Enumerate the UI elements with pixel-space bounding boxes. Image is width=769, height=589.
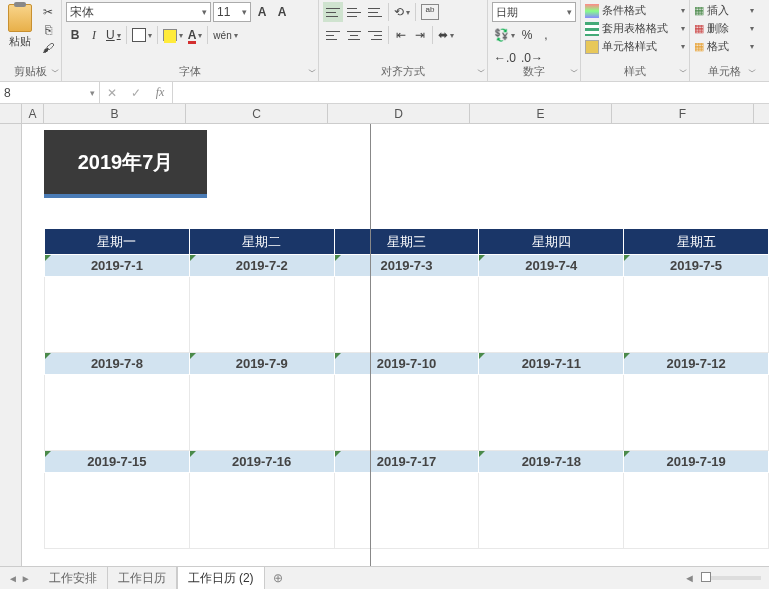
bold-button[interactable]: B xyxy=(66,25,84,45)
date-cell[interactable]: 2019-7-2 xyxy=(189,255,334,277)
name-box[interactable]: 8 xyxy=(0,82,100,103)
day-body-cell[interactable] xyxy=(624,277,769,353)
date-cell[interactable]: 2019-7-12 xyxy=(624,353,769,375)
sheet-tab[interactable]: 工作日历 xyxy=(108,567,177,590)
day-body-cell[interactable] xyxy=(189,473,334,549)
conditional-format-button[interactable]: 条件格式 xyxy=(585,2,685,19)
decrease-font-button[interactable]: A xyxy=(273,2,291,22)
underline-button[interactable]: U xyxy=(104,25,123,45)
day-body-cell[interactable] xyxy=(189,277,334,353)
day-body-cell[interactable] xyxy=(624,375,769,451)
align-right-button[interactable] xyxy=(365,25,385,45)
row-headers[interactable] xyxy=(0,124,22,566)
date-cell[interactable]: 2019-7-4 xyxy=(479,255,624,277)
fill-color-button[interactable] xyxy=(161,25,185,45)
group-label-clipboard: 剪贴板 xyxy=(0,64,61,79)
col-header[interactable]: A xyxy=(22,104,44,123)
orientation-button[interactable]: ⟲ xyxy=(392,2,412,22)
day-body-cell[interactable] xyxy=(45,375,190,451)
cut-button[interactable]: ✂ xyxy=(39,4,57,20)
comma-button[interactable]: , xyxy=(537,25,555,45)
format-cells-button[interactable]: ▦格式 xyxy=(694,38,754,55)
new-sheet-button[interactable]: ⊕ xyxy=(265,571,291,585)
weekday-header[interactable]: 星期五 xyxy=(624,229,769,255)
wrap-icon: ab xyxy=(421,4,439,20)
day-body-cell[interactable] xyxy=(334,375,479,451)
date-cell[interactable]: 2019-7-19 xyxy=(624,451,769,473)
fx-button[interactable]: fx xyxy=(148,82,172,103)
day-body-cell[interactable] xyxy=(479,473,624,549)
align-bottom-button[interactable] xyxy=(365,2,385,22)
date-cell[interactable]: 2019-7-11 xyxy=(479,353,624,375)
indent-increase-button[interactable]: ⇥ xyxy=(411,25,429,45)
column-headers: A B C D E F xyxy=(0,104,769,124)
date-cell[interactable]: 2019-7-8 xyxy=(45,353,190,375)
align-center-button[interactable] xyxy=(344,25,364,45)
col-header[interactable]: B xyxy=(44,104,186,123)
date-cell[interactable]: 2019-7-1 xyxy=(45,255,190,277)
font-size-combo[interactable]: 11 xyxy=(213,2,251,22)
sheet-tab-active[interactable]: 工作日历 (2) xyxy=(177,566,265,590)
day-body-cell[interactable] xyxy=(334,473,479,549)
group-label-number: 数字 xyxy=(488,64,580,79)
date-cell[interactable]: 2019-7-3 xyxy=(334,255,479,277)
weekday-header[interactable]: 星期四 xyxy=(479,229,624,255)
freeze-pane-splitter[interactable] xyxy=(370,124,371,566)
cancel-formula-button[interactable]: ✕ xyxy=(100,82,124,103)
sheet-tab[interactable]: 工作安排 xyxy=(39,567,108,590)
accept-formula-button[interactable]: ✓ xyxy=(124,82,148,103)
date-cell[interactable]: 2019-7-18 xyxy=(479,451,624,473)
merge-button[interactable]: ⬌ xyxy=(436,25,456,45)
font-name-combo[interactable]: 宋体 xyxy=(66,2,211,22)
day-body-cell[interactable] xyxy=(334,277,479,353)
day-body-cell[interactable] xyxy=(45,277,190,353)
col-header[interactable]: E xyxy=(470,104,612,123)
align-left-button[interactable] xyxy=(323,25,343,45)
cell-styles-button[interactable]: 单元格样式 xyxy=(585,38,685,55)
group-font: 宋体 11 A A B I U A wén 字体 xyxy=(62,0,319,81)
align-top-button[interactable] xyxy=(323,2,343,22)
date-cell[interactable]: 2019-7-10 xyxy=(334,353,479,375)
scroll-left-icon[interactable]: ◄ xyxy=(684,572,695,584)
calendar-table: 星期一 星期二 星期三 星期四 星期五 2019-7-1 2019-7-2 20… xyxy=(44,228,769,549)
wrap-text-button[interactable]: ab xyxy=(419,2,441,22)
sheet-canvas[interactable]: 2019年7月 星期一 星期二 星期三 星期四 星期五 2019-7-1 201… xyxy=(22,124,769,566)
hscroll-thumb[interactable] xyxy=(701,572,711,582)
col-header[interactable]: C xyxy=(186,104,328,123)
weekday-header[interactable]: 星期三 xyxy=(334,229,479,255)
day-body-cell[interactable] xyxy=(45,473,190,549)
worksheet-grid: A B C D E F 2019年7月 星期一 星期二 星期三 星期四 星期五 … xyxy=(0,104,769,566)
day-body-cell[interactable] xyxy=(189,375,334,451)
date-cell[interactable]: 2019-7-9 xyxy=(189,353,334,375)
insert-cells-button[interactable]: ▦插入 xyxy=(694,2,754,19)
date-cell[interactable]: 2019-7-16 xyxy=(189,451,334,473)
calendar-title[interactable]: 2019年7月 xyxy=(44,130,207,198)
day-body-cell[interactable] xyxy=(624,473,769,549)
indent-decrease-button[interactable]: ⇤ xyxy=(392,25,410,45)
date-cell[interactable]: 2019-7-15 xyxy=(45,451,190,473)
format-as-table-button[interactable]: 套用表格格式 xyxy=(585,20,685,37)
font-color-button[interactable]: A xyxy=(186,25,205,45)
select-all-corner[interactable] xyxy=(0,104,22,123)
date-cell[interactable]: 2019-7-17 xyxy=(334,451,479,473)
col-header[interactable]: F xyxy=(612,104,754,123)
format-painter-button[interactable]: 🖌 xyxy=(39,40,57,56)
phonetic-button[interactable]: wén xyxy=(211,25,239,45)
italic-button[interactable]: I xyxy=(85,25,103,45)
group-label-font: 字体 xyxy=(62,64,318,79)
weekday-header[interactable]: 星期一 xyxy=(45,229,190,255)
weekday-header[interactable]: 星期二 xyxy=(189,229,334,255)
border-button[interactable] xyxy=(130,25,154,45)
increase-font-button[interactable]: A xyxy=(253,2,271,22)
col-header[interactable]: D xyxy=(328,104,470,123)
currency-button[interactable]: 💱 xyxy=(492,25,517,45)
day-body-cell[interactable] xyxy=(479,375,624,451)
copy-button[interactable]: ⎘ xyxy=(39,22,57,38)
delete-cells-button[interactable]: ▦删除 xyxy=(694,20,754,37)
number-format-combo[interactable]: 日期 xyxy=(492,2,576,22)
day-body-cell[interactable] xyxy=(479,277,624,353)
date-cell[interactable]: 2019-7-5 xyxy=(624,255,769,277)
percent-button[interactable]: % xyxy=(518,25,536,45)
tab-nav-buttons[interactable]: ◄ ► xyxy=(0,573,39,584)
align-middle-button[interactable] xyxy=(344,2,364,22)
